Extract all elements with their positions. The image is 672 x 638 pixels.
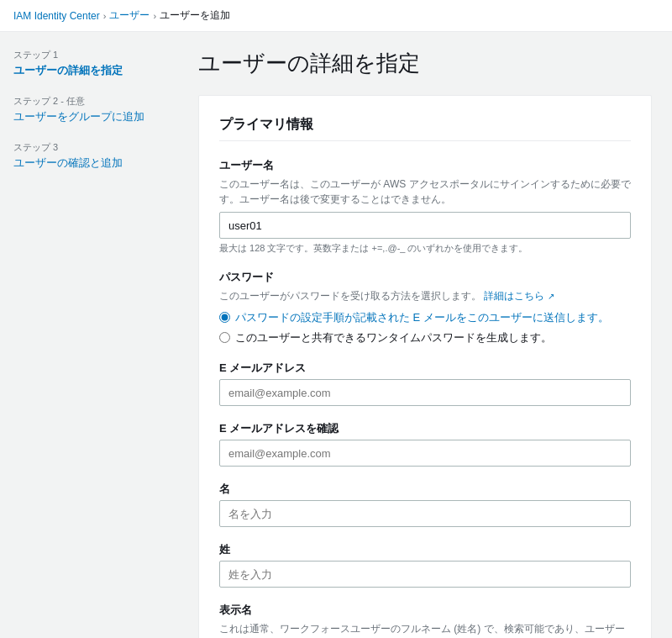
username-input[interactable] xyxy=(219,212,631,239)
sidebar-step-1-label: ステップ 1 xyxy=(13,49,171,61)
breadcrumb: IAM Identity Center › ユーザー › ユーザーを追加 xyxy=(0,0,672,32)
form-card: プライマリ情報 ユーザー名 このユーザー名は、このユーザーが AWS アクセスポ… xyxy=(198,95,652,638)
external-link-icon: ↗ xyxy=(548,292,554,301)
password-description: このユーザーがパスワードを受け取る方法を選択します。 詳細はこちら ↗ xyxy=(219,288,631,303)
breadcrumb-iam[interactable]: IAM Identity Center xyxy=(13,10,100,22)
password-radio-email[interactable] xyxy=(219,312,230,323)
sidebar: ステップ 1 ユーザーの詳細を指定 ステップ 2 - 任意 ユーザーをグループに… xyxy=(0,32,185,638)
email-confirm-label: E メールアドレスを確認 xyxy=(219,421,631,436)
displayname-label: 表示名 xyxy=(219,603,631,618)
breadcrumb-users[interactable]: ユーザー xyxy=(109,8,150,23)
firstname-group: 名 xyxy=(219,482,631,527)
password-option-onetime-label: このユーザーと共有できるワンタイムパスワードを生成します。 xyxy=(235,330,552,345)
username-label: ユーザー名 xyxy=(219,158,631,173)
username-description: このユーザー名は、このユーザーが AWS アクセスポータルにサインインするために… xyxy=(219,177,631,207)
sidebar-step-1-title[interactable]: ユーザーの詳細を指定 xyxy=(13,63,171,78)
page-title: ユーザーの詳細を指定 xyxy=(198,49,652,78)
password-label: パスワード xyxy=(219,270,631,285)
breadcrumb-current: ユーザーを追加 xyxy=(160,8,230,23)
username-hint: 最大は 128 文字です。英数字または +=,.@-_ のいずれかを使用できます… xyxy=(219,242,631,255)
password-group: パスワード このユーザーがパスワードを受け取る方法を選択します。 詳細はこちら … xyxy=(219,270,631,345)
card-section-title: プライマリ情報 xyxy=(219,116,631,141)
content-area: ユーザーの詳細を指定 プライマリ情報 ユーザー名 このユーザー名は、このユーザー… xyxy=(185,32,672,638)
lastname-label: 姓 xyxy=(219,542,631,557)
sidebar-step-2-title[interactable]: ユーザーをグループに追加 xyxy=(13,109,171,124)
email-confirm-input[interactable] xyxy=(219,440,631,467)
sidebar-step-1: ステップ 1 ユーザーの詳細を指定 xyxy=(13,49,171,78)
sidebar-step-2: ステップ 2 - 任意 ユーザーをグループに追加 xyxy=(13,95,171,124)
password-radio-group: パスワードの設定手順が記載された E メールをこのユーザーに送信します。 このユ… xyxy=(219,310,631,345)
password-option-email[interactable]: パスワードの設定手順が記載された E メールをこのユーザーに送信します。 xyxy=(219,310,631,325)
breadcrumb-sep-2: › xyxy=(153,11,156,21)
password-option-onetime[interactable]: このユーザーと共有できるワンタイムパスワードを生成します。 xyxy=(219,330,631,345)
password-details-link[interactable]: 詳細はこちら xyxy=(484,290,544,302)
displayname-description: これは通常、ワークフォースユーザーのフルネーム (姓名) で、検索可能であり、ユ… xyxy=(219,621,631,638)
email-label: E メールアドレス xyxy=(219,361,631,376)
main-layout: ステップ 1 ユーザーの詳細を指定 ステップ 2 - 任意 ユーザーをグループに… xyxy=(0,32,672,638)
email-input[interactable] xyxy=(219,379,631,406)
email-confirm-group: E メールアドレスを確認 xyxy=(219,421,631,467)
password-radio-onetime[interactable] xyxy=(219,332,230,343)
sidebar-step-3-label: ステップ 3 xyxy=(13,141,171,154)
lastname-input[interactable] xyxy=(219,561,631,588)
lastname-group: 姓 xyxy=(219,542,631,588)
username-group: ユーザー名 このユーザー名は、このユーザーが AWS アクセスポータルにサインイ… xyxy=(219,158,631,255)
email-group: E メールアドレス xyxy=(219,361,631,406)
displayname-group: 表示名 これは通常、ワークフォースユーザーのフルネーム (姓名) で、検索可能で… xyxy=(219,603,631,638)
firstname-label: 名 xyxy=(219,482,631,497)
sidebar-step-2-label: ステップ 2 - 任意 xyxy=(13,95,171,108)
breadcrumb-sep-1: › xyxy=(103,11,107,21)
firstname-input[interactable] xyxy=(219,500,631,527)
sidebar-step-3: ステップ 3 ユーザーの確認と追加 xyxy=(13,141,171,171)
password-option-email-label: パスワードの設定手順が記載された E メールをこのユーザーに送信します。 xyxy=(235,310,609,325)
sidebar-step-3-title[interactable]: ユーザーの確認と追加 xyxy=(13,156,171,171)
password-description-text: このユーザーがパスワードを受け取る方法を選択します。 xyxy=(219,290,481,302)
